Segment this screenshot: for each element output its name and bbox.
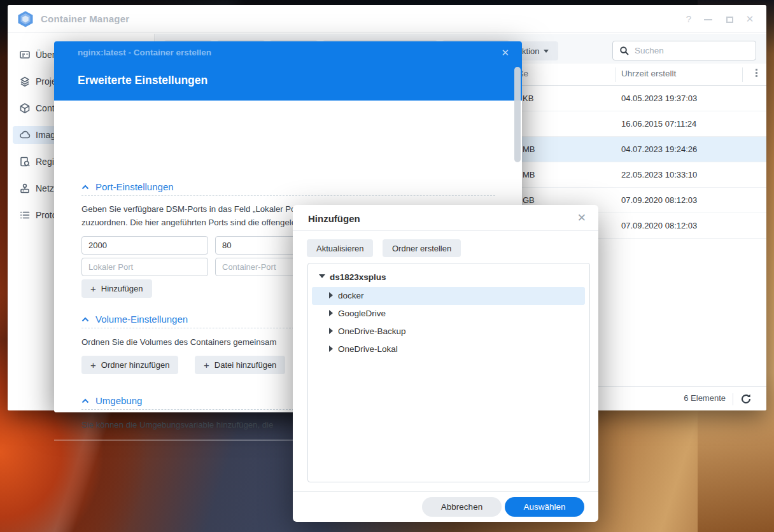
refresh-folders-button[interactable]: Aktualisieren bbox=[307, 239, 373, 257]
add-file-button[interactable]: + Datei hinzufügen bbox=[195, 356, 285, 374]
cell-created: 07.09.2020 08:12:03 bbox=[621, 195, 697, 205]
add-folder-label: Ordner hinzufügen bbox=[101, 360, 170, 370]
dialog-title: Hinzufügen bbox=[308, 213, 360, 224]
overview-card-icon bbox=[19, 49, 31, 60]
cancel-button[interactable]: Abbrechen bbox=[422, 497, 502, 517]
section-toggle-port[interactable]: Port-Einstellungen bbox=[81, 181, 174, 192]
add-port-label: Hinzufügen bbox=[101, 284, 143, 293]
volume-description: Ordnen Sie die Volumes des Containers ge… bbox=[81, 335, 276, 349]
cell-created: 04.05.2023 19:37:03 bbox=[621, 94, 697, 103]
cell-created: 04.07.2023 19:24:26 bbox=[621, 144, 697, 154]
plus-icon: + bbox=[90, 360, 96, 370]
maximize-button[interactable] bbox=[721, 5, 738, 33]
modal-heading: Erweiterte Einstellungen bbox=[78, 74, 208, 87]
section-toggle-env[interactable]: Umgebung bbox=[81, 395, 142, 406]
cloud-icon bbox=[19, 129, 31, 141]
modal-title: nginx:latest - Container erstellen bbox=[78, 41, 211, 64]
window-title: Container Manager bbox=[41, 5, 129, 33]
container-manager-app-icon bbox=[17, 10, 34, 28]
section-title-volume: Volume-Einstellungen bbox=[95, 314, 188, 325]
select-button[interactable]: Auswählen bbox=[505, 497, 584, 517]
refresh-icon[interactable] bbox=[740, 393, 752, 405]
caret-collapsed-icon bbox=[329, 328, 333, 334]
chevron-up-icon bbox=[81, 317, 89, 322]
modal-titlebar: nginx:latest - Container erstellen ✕ bbox=[54, 41, 522, 64]
cell-created: 07.09.2020 08:12:03 bbox=[621, 221, 697, 230]
modal-header: Erweiterte Einstellungen bbox=[54, 64, 522, 101]
tree-node-onedrive-lokal[interactable]: OneDrive-Lokal bbox=[308, 340, 589, 358]
tree-node-label: OneDrive-Lokal bbox=[338, 344, 398, 354]
plus-icon: + bbox=[90, 283, 96, 294]
cell-created: 22.05.2023 10:33:10 bbox=[621, 170, 697, 179]
column-header-created[interactable]: Uhrzeit erstellt bbox=[621, 69, 676, 78]
section-toggle-volume[interactable]: Volume-Einstellungen bbox=[81, 314, 188, 325]
network-icon bbox=[19, 183, 31, 194]
create-folder-button[interactable]: Ordner erstellen bbox=[383, 239, 461, 257]
close-window-button[interactable]: ✕ bbox=[741, 5, 759, 33]
dialog-close-icon[interactable]: ✕ bbox=[577, 211, 586, 225]
section-title-env: Umgebung bbox=[95, 395, 142, 406]
cell-size: MB bbox=[523, 144, 535, 154]
minimize-button[interactable] bbox=[699, 5, 717, 33]
chevron-up-icon bbox=[81, 185, 89, 190]
help-button[interactable]: ? bbox=[680, 5, 698, 33]
chevron-up-icon bbox=[81, 398, 89, 403]
env-description: Sie können die Umgebungsvariable hinzufü… bbox=[81, 418, 273, 431]
folder-tree: ds1823xsplus docker GoogleDrive OneDrive… bbox=[307, 263, 590, 482]
add-port-button[interactable]: + Hinzufügen bbox=[81, 279, 152, 298]
tree-node-googledrive[interactable]: GoogleDrive bbox=[308, 305, 589, 323]
document-search-icon bbox=[19, 156, 31, 167]
tree-node-onedrive-backup[interactable]: OneDrive-Backup bbox=[308, 323, 589, 340]
tree-node-label: docker bbox=[338, 291, 364, 300]
caret-collapsed-icon bbox=[329, 292, 333, 298]
hinzufuegen-dialog: Hinzufügen ✕ Aktualisieren Ordner erstel… bbox=[293, 205, 598, 522]
plus-icon: + bbox=[204, 360, 209, 370]
modal-close-icon[interactable]: ✕ bbox=[501, 41, 509, 64]
section-title-port: Port-Einstellungen bbox=[95, 181, 174, 192]
caret-expanded-icon bbox=[319, 274, 325, 278]
local-port-input[interactable] bbox=[81, 236, 208, 255]
modal-scrollbar-thumb[interactable] bbox=[514, 67, 521, 162]
list-icon bbox=[19, 209, 31, 221]
caret-collapsed-icon bbox=[329, 310, 333, 316]
tree-node-label: OneDrive-Backup bbox=[338, 326, 406, 336]
chevron-down-icon bbox=[544, 50, 549, 53]
tree-node-docker-selected[interactable]: docker bbox=[308, 287, 589, 305]
add-file-label: Datei hinzufügen bbox=[215, 360, 277, 370]
caret-collapsed-icon bbox=[329, 346, 333, 352]
tree-node-label: GoogleDrive bbox=[338, 309, 386, 318]
cell-size: KB bbox=[523, 94, 533, 103]
local-port-input-empty[interactable] bbox=[81, 258, 208, 276]
cell-created: 16.06.2015 07:11:24 bbox=[621, 119, 696, 129]
tree-root-label: ds1823xsplus bbox=[330, 272, 386, 282]
search-input[interactable] bbox=[635, 46, 743, 55]
tree-node-root[interactable]: ds1823xsplus bbox=[308, 269, 589, 286]
layers-icon bbox=[19, 76, 31, 87]
cube-icon bbox=[19, 102, 31, 114]
column-options-icon[interactable] bbox=[751, 69, 761, 77]
add-folder-button[interactable]: + Ordner hinzufügen bbox=[81, 356, 178, 374]
search-icon bbox=[619, 46, 630, 56]
cell-size: MB bbox=[523, 170, 535, 179]
item-count: 6 Elemente bbox=[644, 393, 726, 403]
search-box[interactable] bbox=[612, 41, 756, 60]
window-titlebar: Container Manager ? ✕ bbox=[8, 5, 766, 33]
cell-size: GB bbox=[523, 195, 535, 205]
